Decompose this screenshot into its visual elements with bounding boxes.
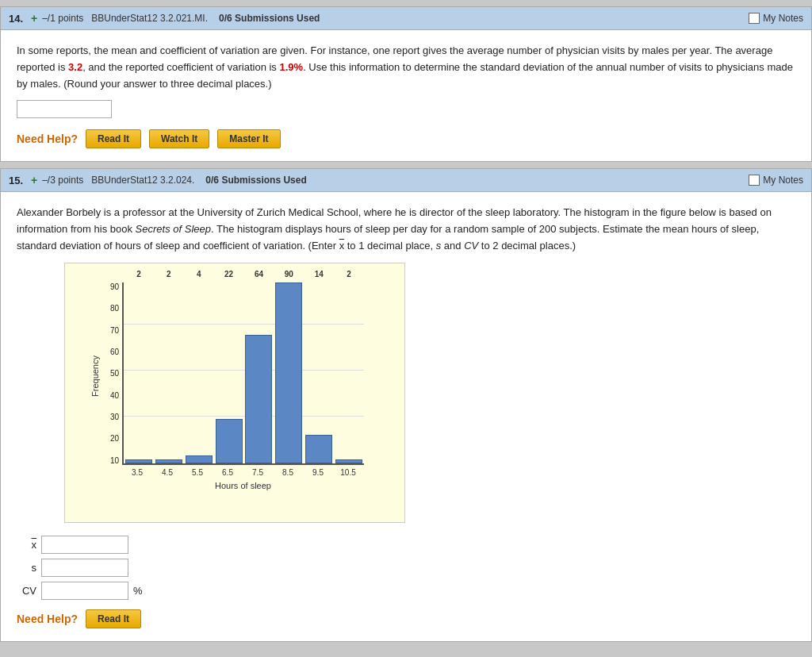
my-notes-14[interactable]: My Notes [749, 13, 803, 24]
question-14-header: 14. + –/1 points BBUnderStat12 3.2.021.M… [1, 7, 811, 30]
question-14-text: In some reports, the mean and coefficien… [17, 43, 795, 92]
chart-inner: Frequency 10 20 30 40 50 60 70 80 90 [73, 276, 374, 506]
y-tick-80: 80 [95, 304, 119, 313]
expand-icon-15[interactable]: + [31, 174, 37, 186]
cv-label: CV [17, 585, 36, 597]
x-bar-input[interactable] [41, 536, 128, 554]
x-bar-input-row: x [17, 536, 795, 554]
y-tick-90: 90 [95, 282, 119, 291]
expand-icon-14[interactable]: + [31, 12, 37, 25]
bar-4-5: 2 [154, 282, 184, 463]
question-15-text: Alexander Borbely is a professor at the … [17, 205, 795, 254]
y-tick-60: 60 [95, 348, 119, 356]
bars-area: 2 2 4 22 [122, 282, 364, 465]
bar-9-5: 14 [304, 282, 334, 463]
x-axis-labels: 3.5 4.5 5.5 6.5 7.5 8.5 9.5 10.5 [122, 468, 364, 477]
question-15: 15. + –/3 points BBUnderStat12 3.2.024. … [0, 168, 812, 641]
notes-checkbox-14[interactable] [749, 13, 760, 24]
q15-read-it-button[interactable]: Read It [86, 609, 141, 628]
y-tick-20: 20 [95, 434, 119, 443]
q14-watch-it-button[interactable]: Watch It [149, 129, 209, 148]
s-input-row: s [17, 559, 795, 577]
bar-10-5: 2 [334, 282, 364, 463]
s-input[interactable] [41, 559, 128, 577]
q15-need-help: Need Help? Read It [17, 609, 795, 628]
cv-input-row: CV % [17, 582, 795, 600]
bar-6-5: 22 [214, 282, 244, 463]
question-14-number: 14. [9, 13, 26, 25]
q14-answer-input[interactable] [17, 100, 112, 118]
y-tick-10: 10 [95, 456, 119, 465]
x-bar-label: x [17, 539, 36, 551]
y-tick-50: 50 [95, 369, 119, 378]
bar-5-5: 4 [184, 282, 214, 463]
q14-master-it-button[interactable]: Master It [217, 129, 280, 148]
y-tick-30: 30 [95, 413, 119, 421]
q14-need-help: Need Help? Read It Watch It Master It [17, 129, 795, 148]
q14-read-it-button[interactable]: Read It [86, 129, 141, 148]
question-15-body: Alexander Borbely is a professor at the … [1, 192, 811, 640]
s-label: s [17, 562, 36, 574]
question-14: 14. + –/1 points BBUnderStat12 3.2.021.M… [0, 6, 812, 162]
q14-need-help-label: Need Help? [17, 133, 78, 145]
percent-symbol: % [133, 585, 143, 597]
bar-7-5: 64 [244, 282, 274, 463]
question-14-body: In some reports, the mean and coefficien… [1, 30, 811, 161]
x-axis-main-label: Hours of sleep [122, 481, 364, 490]
x-label-8-5: 8.5 [273, 468, 303, 477]
question-15-number: 15. [9, 175, 26, 186]
y-tick-70: 70 [95, 326, 119, 335]
bar-3-5: 2 [124, 282, 154, 463]
x-label-3-5: 3.5 [122, 468, 152, 477]
x-label-6-5: 6.5 [213, 468, 243, 477]
my-notes-15[interactable]: My Notes [749, 175, 803, 186]
bar-8-5: 90 [274, 282, 304, 463]
histogram-chart: Frequency 10 20 30 40 50 60 70 80 90 [64, 263, 405, 523]
x-label-9-5: 9.5 [303, 468, 333, 477]
q15-need-help-label: Need Help? [17, 613, 78, 625]
y-tick-40: 40 [95, 391, 119, 400]
question-15-header: 15. + –/3 points BBUnderStat12 3.2.024. … [1, 169, 811, 192]
points-info-15: –/3 points BBUnderStat12 3.2.024. 0/6 Su… [42, 175, 307, 186]
x-label-7-5: 7.5 [243, 468, 273, 477]
cv-input[interactable] [41, 582, 128, 600]
x-label-4-5: 4.5 [152, 468, 182, 477]
points-info-14: –/1 points BBUnderStat12 3.2.021.MI. 0/6… [42, 13, 320, 24]
x-label-10-5: 10.5 [333, 468, 363, 477]
x-label-5-5: 5.5 [182, 468, 213, 477]
notes-checkbox-15[interactable] [749, 175, 760, 186]
